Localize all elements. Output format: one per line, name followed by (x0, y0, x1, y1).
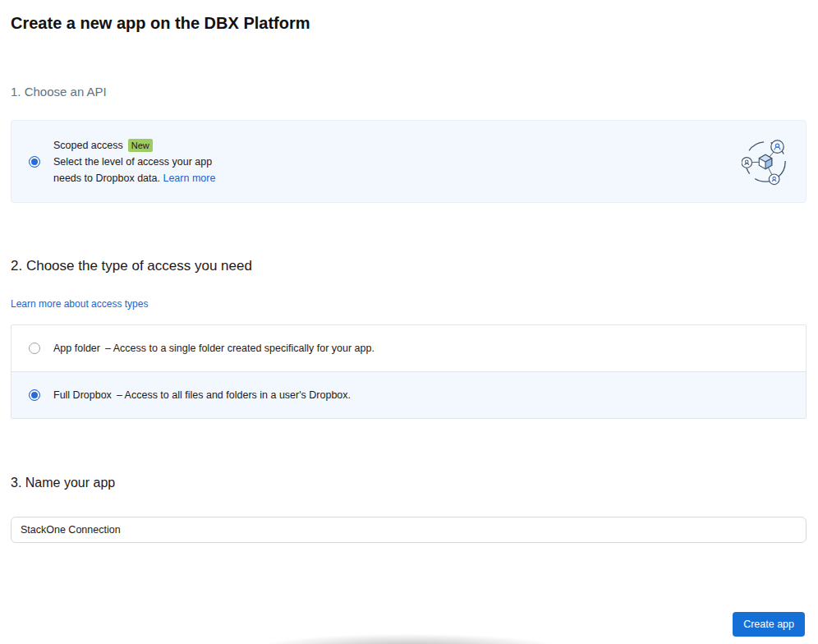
option-row-app-folder[interactable]: App folder – Access to a single folder c… (11, 325, 806, 371)
network-cube-icon (742, 138, 789, 186)
scoped-access-description: Select the level of access your app need… (53, 154, 237, 186)
scoped-access-text: Scoped accessNew Select the level of acc… (53, 137, 237, 186)
name-section-heading: 3. Name your app (11, 474, 807, 492)
access-section-heading: 2. Choose the type of access you need (11, 256, 807, 276)
scoped-access-radio[interactable] (29, 156, 40, 168)
learn-more-link[interactable]: Learn more (163, 172, 215, 184)
page-content: Create a new app on the DBX Platform 1. … (0, 0, 818, 543)
new-badge: New (128, 139, 153, 152)
access-options-table: App folder – Access to a single folder c… (11, 324, 807, 419)
scoped-access-option[interactable]: Scoped accessNew Select the level of acc… (11, 120, 807, 203)
page-title: Create a new app on the DBX Platform (11, 12, 807, 34)
create-app-button[interactable]: Create app (733, 612, 805, 637)
radio-app-folder[interactable] (29, 343, 40, 354)
app-name-input[interactable] (11, 517, 807, 543)
option-row-full-dropbox[interactable]: Full Dropbox – Access to all files and f… (11, 371, 806, 418)
radio-full-dropbox[interactable] (29, 389, 40, 401)
option-name: App folder (53, 342, 100, 355)
footer-shadow (179, 623, 639, 644)
access-types-link[interactable]: Learn more about access types (11, 297, 148, 310)
scoped-access-title: Scoped access (53, 140, 123, 151)
scoped-access-title-row: Scoped accessNew (53, 137, 237, 154)
option-description: – Access to a single folder created spec… (105, 342, 375, 355)
option-description: – Access to all files and folders in a u… (117, 389, 351, 402)
option-name: Full Dropbox (53, 389, 112, 402)
api-section-heading: 1. Choose an API (11, 85, 807, 99)
